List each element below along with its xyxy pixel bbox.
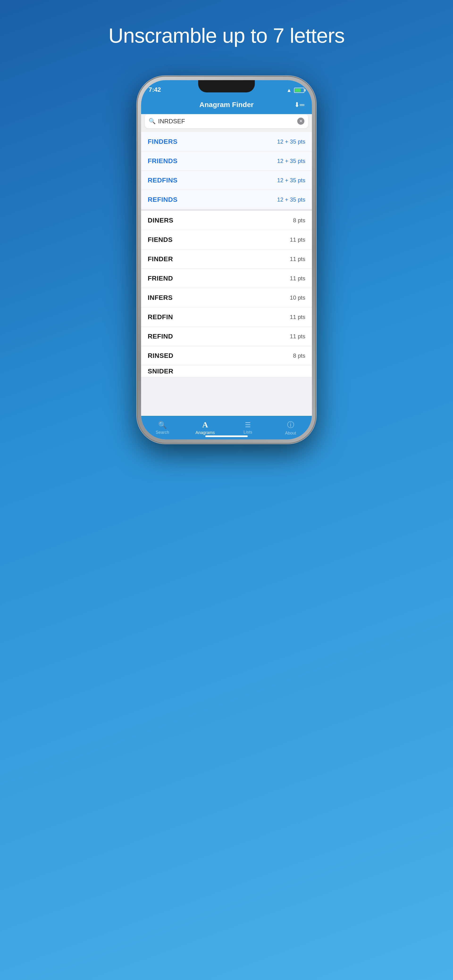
search-clear-button[interactable]: ✕: [297, 118, 305, 125]
lists-tab-icon: ☰: [245, 421, 251, 429]
result-word: REDFIN: [148, 313, 173, 321]
result-word: REFINDS: [148, 196, 177, 204]
result-word: FRIEND: [148, 275, 173, 282]
result-word: INFERS: [148, 294, 173, 302]
tab-anagrams-label: Anagrams: [195, 430, 215, 435]
tab-about-label: About: [285, 431, 296, 436]
tab-search-label: Search: [156, 430, 169, 435]
nav-title: Anagram Finder: [148, 101, 305, 109]
phone-device: 7:42 ▲ Anagram Finder ⬇═ 🔍 INRDSEF ✕: [137, 76, 316, 924]
filter-button[interactable]: ⬇═: [294, 101, 305, 109]
tab-about[interactable]: ⓘ About: [269, 420, 312, 436]
list-item[interactable]: RINSED 8 pts: [141, 346, 312, 366]
result-pts: 8 pts: [293, 217, 305, 224]
list-item[interactable]: REFIND 11 pts: [141, 327, 312, 346]
search-input[interactable]: INRDSEF: [158, 118, 297, 125]
list-item[interactable]: FRIENDS 12 + 35 pts: [141, 151, 312, 171]
phone-notch: [198, 80, 255, 92]
result-word: FRIENDS: [148, 157, 177, 165]
list-item[interactable]: SNIDER: [141, 366, 312, 377]
result-word: REFIND: [148, 332, 173, 340]
tab-search[interactable]: 🔍 Search: [141, 421, 184, 435]
result-word: DINERS: [148, 216, 174, 224]
result-pts: 10 pts: [290, 294, 305, 301]
result-pts: 11 pts: [290, 314, 305, 320]
result-word: FINDER: [148, 255, 173, 263]
tab-lists-label: Lists: [244, 430, 252, 435]
result-word: REDFINS: [148, 177, 177, 184]
tab-lists[interactable]: ☰ Lists: [226, 421, 269, 435]
search-tab-icon: 🔍: [158, 421, 167, 429]
result-pts: 12 + 35 pts: [277, 138, 305, 145]
search-bar[interactable]: 🔍 INRDSEF ✕: [145, 114, 308, 128]
result-word: RINSED: [148, 352, 174, 360]
list-item[interactable]: INFERS 10 pts: [141, 288, 312, 307]
about-tab-icon: ⓘ: [287, 420, 294, 430]
list-item[interactable]: FIENDS 11 pts: [141, 230, 312, 250]
anagrams-tab-icon: A: [202, 420, 208, 429]
list-item[interactable]: DINERS 8 pts: [141, 211, 312, 230]
search-icon: 🔍: [148, 118, 156, 124]
list-item[interactable]: REDFIN 11 pts: [141, 307, 312, 327]
result-pts: 11 pts: [290, 333, 305, 340]
wifi-icon: ▲: [286, 87, 292, 93]
result-word: FINDERS: [148, 138, 177, 145]
page-headline: Unscramble up to 7 letters: [108, 24, 345, 48]
battery-icon: [294, 88, 305, 93]
results-list: FINDERS 12 + 35 pts FRIENDS 12 + 35 pts …: [141, 132, 312, 418]
list-item[interactable]: FINDER 11 pts: [141, 250, 312, 269]
phone-screen: 7:42 ▲ Anagram Finder ⬇═ 🔍 INRDSEF ✕: [141, 80, 312, 439]
nav-bar: Anagram Finder ⬇═: [141, 95, 312, 114]
phone-shell: 7:42 ▲ Anagram Finder ⬇═ 🔍 INRDSEF ✕: [137, 76, 316, 444]
result-pts: 11 pts: [290, 237, 305, 243]
home-indicator: [205, 436, 248, 437]
result-pts: 12 + 35 pts: [277, 196, 305, 203]
battery-fill: [295, 89, 301, 92]
result-pts: 11 pts: [290, 256, 305, 262]
status-icons: ▲: [286, 87, 305, 93]
list-item[interactable]: REDFINS 12 + 35 pts: [141, 171, 312, 190]
list-item[interactable]: REFINDS 12 + 35 pts: [141, 190, 312, 209]
result-pts: 12 + 35 pts: [277, 177, 305, 184]
tab-anagrams[interactable]: A Anagrams: [184, 420, 226, 435]
result-pts: 8 pts: [293, 352, 305, 359]
result-word: FIENDS: [148, 236, 173, 243]
list-item[interactable]: FRIEND 11 pts: [141, 269, 312, 288]
result-word: SNIDER: [148, 368, 174, 375]
result-pts: 11 pts: [290, 275, 305, 282]
result-pts: 12 + 35 pts: [277, 158, 305, 164]
list-item[interactable]: FINDERS 12 + 35 pts: [141, 132, 312, 151]
